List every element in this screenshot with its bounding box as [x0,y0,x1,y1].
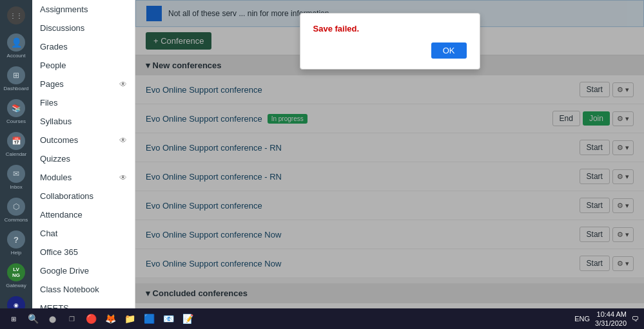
sidebar-item-office365[interactable]: Office 365 [32,243,135,261]
sidebar-item-googledrive[interactable]: Google Drive [32,261,135,280]
sidebar-item-chat[interactable]: Chat [32,224,135,243]
sidebar-item-collaborations[interactable]: Collaborations [32,187,135,205]
eye-icon: 👁 [119,173,127,182]
taskbar-taskview[interactable]: ❐ [63,310,80,327]
nav-account[interactable]: 👤 Account [0,30,32,62]
taskbar-start[interactable]: ⊞ [5,310,22,327]
nav-gateway[interactable]: LVNG Gateway [0,259,32,292]
taskbar-app2[interactable]: 📧 [160,310,177,327]
icon-navigation: ⋮⋮ 👤 Account ⊞ Dashboard 📚 Courses 📅 Cal… [0,0,32,329]
taskbar-firefox[interactable]: 🦊 [102,310,119,327]
sidebar-item-people[interactable]: People [32,56,135,75]
sidebar-item-attendance[interactable]: Attendance [32,205,135,224]
taskbar-search[interactable]: 🔍 [24,310,41,327]
nav-help[interactable]: ? Help [0,227,32,259]
sidebar-item-grades[interactable]: Grades [32,37,135,56]
nav-dashboard[interactable]: ⊞ Dashboard [0,62,32,95]
sidebar-item-syllabus[interactable]: Syllabus [32,112,135,131]
sidebar-item-discussions[interactable]: Discussions [32,19,135,37]
taskbar-notification[interactable]: 🗨 [632,315,639,323]
sidebar-item-modules[interactable]: Modules 👁 [32,168,135,187]
toast-ok-button[interactable]: OK [431,42,467,59]
toast-overlay: Save failed. OK [135,0,644,329]
nav-inbox[interactable]: ✉ Inbox [0,161,32,194]
taskbar-app3[interactable]: 📝 [179,310,196,327]
nav-calendar[interactable]: 📅 Calendar [0,128,32,161]
save-failed-dialog: Save failed. OK [300,13,480,70]
eye-icon: 👁 [119,136,127,145]
sidebar-item-outcomes[interactable]: Outcomes 👁 [32,131,135,149]
taskbar: ⊞ 🔍 ⬤ ❐ 🔴 🦊 📁 🟦 📧 📝 ENG 10:44 AM 3/31/20… [0,308,644,329]
eye-icon: 👁 [119,80,127,89]
toast-title: Save failed. [313,24,467,33]
taskbar-clock: 10:44 AM 3/31/2020 [595,310,627,328]
taskbar-folder[interactable]: 📁 [121,310,138,327]
sidebar-item-classnotebook[interactable]: Class Notebook [32,280,135,299]
taskbar-lang: ENG [574,315,590,323]
sidebar-item-quizzes[interactable]: Quizzes [32,149,135,168]
course-sidebar: Assignments Discussions Grades People Pa… [32,0,135,329]
sidebar-item-pages[interactable]: Pages 👁 [32,75,135,93]
taskbar-chrome[interactable]: 🔴 [83,310,99,327]
taskbar-cortana[interactable]: ⬤ [44,310,61,327]
sidebar-item-files[interactable]: Files [32,93,135,112]
sidebar-item-assignments[interactable]: Assignments [32,0,135,19]
nav-apps[interactable]: ⋮⋮ [0,3,32,30]
taskbar-app1[interactable]: 🟦 [141,310,157,327]
nav-courses[interactable]: 📚 Courses [0,95,32,128]
nav-commons[interactable]: ⬡ Commons [0,194,32,227]
main-content: Not all of these serv ... nin for more i… [135,0,644,329]
taskbar-right: ENG 10:44 AM 3/31/2020 🗨 [574,310,639,328]
